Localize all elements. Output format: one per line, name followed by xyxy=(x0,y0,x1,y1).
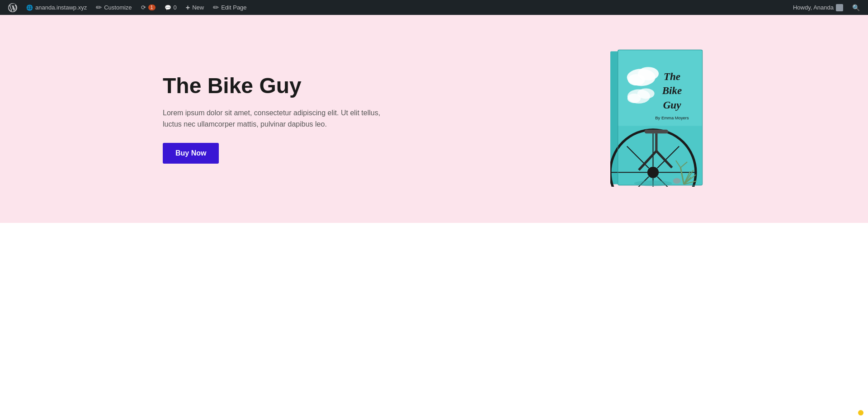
customize-label: Customize xyxy=(104,4,132,11)
adminbar-customize[interactable]: Customize xyxy=(91,0,136,15)
hero-content: The Bike Guy Lorem ipsum dolor sit amet,… xyxy=(163,49,705,189)
updates-badge: 1 xyxy=(148,5,156,10)
adminbar-howdy[interactable]: Howdy, Ananda xyxy=(788,0,848,15)
page-wrapper: The Bike Guy Lorem ipsum dolor sit amet,… xyxy=(0,15,868,420)
new-label: New xyxy=(192,4,204,11)
svg-point-36 xyxy=(673,178,681,184)
hero-title: The Bike Guy xyxy=(163,74,389,98)
plus-icon xyxy=(186,4,190,12)
globe-icon xyxy=(26,5,33,11)
pencil-icon xyxy=(96,3,102,12)
svg-rect-24 xyxy=(645,130,669,133)
hero-section: The Bike Guy Lorem ipsum dolor sit amet,… xyxy=(0,15,868,223)
adminbar-edit-page[interactable]: Edit Page xyxy=(208,0,251,15)
updates-icon: ⟳ xyxy=(141,4,146,11)
adminbar-left: ananda.instawp.xyz Customize ⟳ 1 0 New E… xyxy=(4,0,788,15)
site-name-label: ananda.instawp.xyz xyxy=(35,4,87,11)
svg-text:By Emma Moyers: By Emma Moyers xyxy=(655,115,689,120)
adminbar-search[interactable]: 🔍 xyxy=(848,0,864,15)
comment-icon xyxy=(165,5,171,11)
svg-text:Guy: Guy xyxy=(663,99,682,111)
svg-rect-3 xyxy=(618,50,703,126)
yellow-dot-indicator xyxy=(858,410,863,415)
edit-page-label: Edit Page xyxy=(221,4,246,11)
hero-text: The Bike Guy Lorem ipsum dolor sit amet,… xyxy=(163,74,389,164)
svg-text:The: The xyxy=(664,71,680,82)
book-cover: The Bike Guy By Emma Moyers xyxy=(610,49,705,189)
adminbar-comments[interactable]: 0 xyxy=(160,0,181,15)
adminbar-updates[interactable]: ⟳ 1 xyxy=(137,0,160,15)
edit-pencil-icon xyxy=(213,3,219,12)
howdy-text: Howdy, Ananda xyxy=(793,4,834,11)
wp-logo-item[interactable] xyxy=(4,0,22,15)
buy-now-button[interactable]: Buy Now xyxy=(163,143,219,164)
comments-count: 0 xyxy=(174,4,177,11)
svg-point-15 xyxy=(647,167,659,178)
adminbar-right: Howdy, Ananda 🔍 xyxy=(788,0,864,15)
below-hero-section xyxy=(0,223,868,420)
svg-text:Bike: Bike xyxy=(662,85,682,96)
adminbar-site-name[interactable]: ananda.instawp.xyz xyxy=(22,0,91,15)
user-avatar xyxy=(836,4,843,11)
svg-point-9 xyxy=(627,94,641,103)
search-icon: 🔍 xyxy=(852,4,860,11)
svg-point-6 xyxy=(628,74,645,85)
admin-bar: ananda.instawp.xyz Customize ⟳ 1 0 New E… xyxy=(0,0,868,15)
hero-description: Lorem ipsum dolor sit amet, consectetur … xyxy=(163,107,389,130)
adminbar-new[interactable]: New xyxy=(181,0,208,15)
